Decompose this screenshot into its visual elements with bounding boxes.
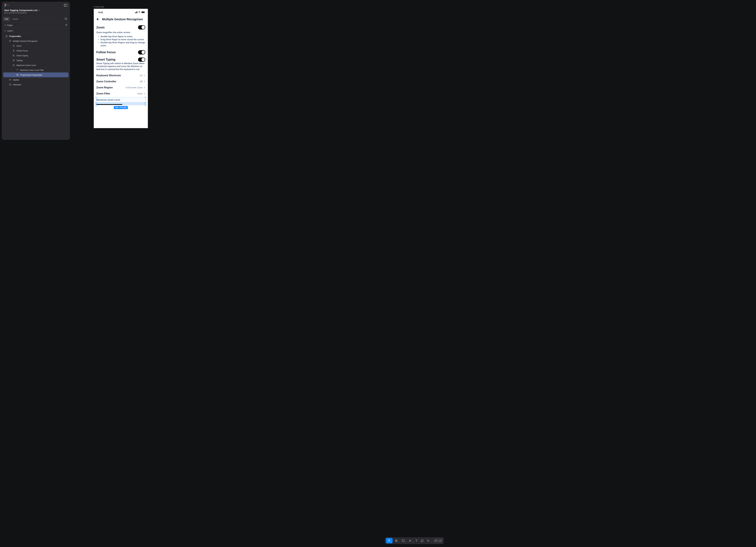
layer-row[interactable]: Appbar	[3, 77, 68, 82]
code-icon	[435, 540, 437, 542]
tab-assets[interactable]: Assets	[11, 17, 20, 21]
chevron-down-icon	[391, 542, 392, 543]
tab-file[interactable]: File	[3, 17, 10, 21]
chevron-down-icon	[398, 542, 399, 543]
layer-name: Progressbar:ProgressBar	[20, 74, 42, 76]
layer-row[interactable]: Zoom	[3, 43, 68, 48]
mock-bullet: Double-tap three fingers and drag to cha…	[101, 41, 145, 47]
search-button[interactable]	[65, 17, 67, 21]
mock-smarttyping-desc: Smart Typing will switch to Window Zoom …	[96, 62, 145, 72]
chevron-right-icon	[144, 74, 145, 76]
mock-statusbar: 9:41	[94, 9, 148, 16]
chevron-down-icon	[405, 542, 406, 543]
sparkle-icon	[427, 539, 429, 542]
progressbar-track	[96, 104, 145, 105]
layer-row[interactable]: Follow Focus	[3, 48, 68, 53]
text-T-icon	[16, 69, 19, 71]
chevron-down-icon	[4, 30, 6, 32]
frame-tool-button[interactable]	[393, 538, 400, 543]
wifi-icon	[138, 11, 140, 13]
device-frame[interactable]: 9:41 Multiple	[94, 9, 148, 128]
pages-label: Pages	[7, 24, 13, 26]
layer-name: Zoom	[16, 45, 21, 47]
svg-point-9	[410, 540, 411, 541]
layer-row[interactable]: Progressbar:ProgressBar	[3, 72, 68, 77]
canvas[interactable]: ProgressBar 9:41	[73, 0, 756, 547]
panel-tabs: File Assets	[3, 17, 20, 21]
mock-content: Zoom Zoom magnifies the entire screen: D…	[94, 23, 148, 105]
mock-zoom-bullets: Double-tap three figner to zoomDrag thre…	[96, 34, 145, 49]
mock-row-trail: On	[140, 74, 145, 77]
layer-row[interactable]: Smart Typing	[3, 53, 68, 58]
move-tool-button[interactable]	[386, 538, 393, 543]
mock-bullet: Drag three finger to move round the scre…	[101, 38, 145, 41]
layer-row[interactable]: Multiple Gesture Recogniser	[3, 39, 68, 43]
layer-row[interactable]: Maximum Zoom Level Title	[3, 68, 68, 72]
mock-followfocus-title: Follow Focus	[96, 50, 116, 54]
mock-max-zoom-label: Maximum Zoom Level	[96, 97, 145, 101]
text-tool-button[interactable]	[414, 538, 419, 543]
layer-name: Multiple Gesture Recogniser	[13, 40, 38, 42]
text-icon	[415, 539, 418, 542]
frame-icon	[16, 74, 19, 76]
rectangle-icon	[402, 539, 405, 542]
selection-wrapper: Maximum Zoom Level	[96, 97, 145, 105]
add-page-button[interactable]	[65, 24, 67, 26]
layer-row[interactable]: ProgressBar	[3, 34, 68, 39]
mock-list-row: Zoom ControllerOff	[96, 78, 145, 85]
document-subtitle: Do's and don'ts Guidelines	[4, 12, 67, 14]
svg-rect-6	[142, 12, 144, 13]
search-icon	[65, 17, 67, 20]
document-title-button[interactable]: New Tagging Components List	[4, 9, 67, 11]
plus-icon	[65, 24, 67, 26]
toolbar	[385, 537, 444, 544]
mock-row-value: On	[140, 74, 143, 77]
chevron-down-icon	[412, 542, 413, 543]
ai-tool-button[interactable]	[425, 538, 431, 543]
mock-zoom-desc: Zoom magnifies the entire screen:	[96, 31, 145, 34]
layer-row[interactable]: Setting	[3, 58, 68, 63]
text-align-icon	[13, 54, 15, 57]
pages-section-header[interactable]: Pages	[2, 22, 70, 28]
status-right	[135, 11, 145, 13]
layer-name: Smart Typing	[16, 54, 28, 57]
layers-section-header[interactable]: Layers	[2, 28, 70, 33]
left-panel: New Tagging Components List Do's and don…	[2, 2, 70, 140]
progressbar-fill	[96, 104, 122, 105]
layer-name: ProgressBar	[9, 35, 21, 37]
svg-rect-1	[64, 4, 67, 7]
text-align-icon	[13, 45, 15, 47]
panel-tabs-row: File Assets	[2, 15, 70, 22]
svg-rect-7	[145, 12, 145, 13]
left-panel-header	[2, 2, 70, 8]
bars-v-icon	[9, 78, 11, 81]
layer-name: Follow Focus	[16, 50, 28, 52]
layer-tree: ProgressBarMultiple Gesture RecogniserZo…	[2, 33, 70, 140]
frame-label[interactable]: ProgressBar	[94, 6, 104, 8]
layer-row[interactable]: Maximum Zoom Level	[3, 63, 68, 68]
svg-rect-8	[402, 540, 404, 542]
mock-zoom-title: Zoom	[96, 26, 104, 29]
figma-menu-button[interactable]	[4, 4, 9, 7]
dev-mode-toggle[interactable]	[433, 538, 443, 543]
mock-row-value: Off	[140, 80, 143, 83]
text-align-icon	[13, 59, 15, 62]
text-align-icon	[9, 40, 11, 42]
battery-icon	[141, 11, 145, 13]
shape-tool-button[interactable]	[400, 538, 407, 543]
mock-list-row: Keyboard ShortcutsOn	[96, 72, 145, 78]
chevron-down-icon	[39, 10, 40, 11]
mock-row-trail: None	[138, 92, 145, 95]
mock-appbar: Multiple Gesture Recogniser	[94, 16, 148, 23]
mock-row-trail: Off	[140, 80, 145, 83]
mock-row-trail: Full Screen Zoom	[126, 86, 145, 89]
svg-point-0	[5, 5, 6, 6]
frame-icon	[395, 539, 398, 542]
mock-row-label: Keyboard Shortcuts	[96, 74, 121, 77]
frame-icon	[5, 35, 8, 37]
pen-tool-button[interactable]	[407, 538, 414, 543]
comment-tool-button[interactable]	[420, 538, 425, 543]
toggle-sidebar-button[interactable]	[64, 4, 67, 7]
chevron-down-icon	[7, 5, 9, 6]
layer-row[interactable]: Statusbar	[3, 82, 68, 87]
